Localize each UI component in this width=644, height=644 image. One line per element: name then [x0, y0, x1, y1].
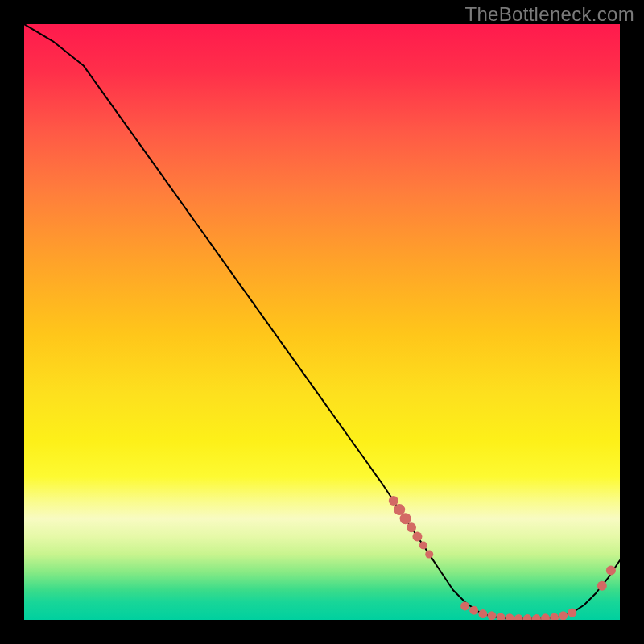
data-marker — [460, 601, 469, 610]
attribution-label: TheBottleneck.com — [464, 3, 634, 26]
data-marker — [532, 614, 541, 620]
bottleneck-curve — [24, 24, 620, 619]
data-marker — [514, 614, 523, 620]
data-marker — [419, 542, 427, 550]
data-marker — [523, 614, 532, 620]
data-marker — [606, 566, 616, 576]
data-marker — [568, 609, 576, 617]
marker-group — [389, 496, 616, 620]
data-marker — [597, 581, 607, 591]
data-marker — [497, 613, 506, 620]
chart-frame: TheBottleneck.com — [0, 0, 644, 644]
data-marker — [412, 531, 422, 541]
data-marker — [506, 613, 514, 620]
data-marker — [425, 551, 433, 559]
chart-svg — [24, 24, 620, 620]
data-marker — [400, 513, 411, 524]
plot-area — [24, 24, 620, 620]
data-marker — [487, 611, 496, 620]
data-marker — [389, 496, 398, 506]
data-marker — [407, 522, 416, 532]
data-marker — [541, 613, 550, 620]
data-marker — [478, 609, 487, 618]
data-marker — [559, 611, 568, 620]
data-marker — [469, 606, 478, 615]
data-marker — [550, 613, 559, 620]
